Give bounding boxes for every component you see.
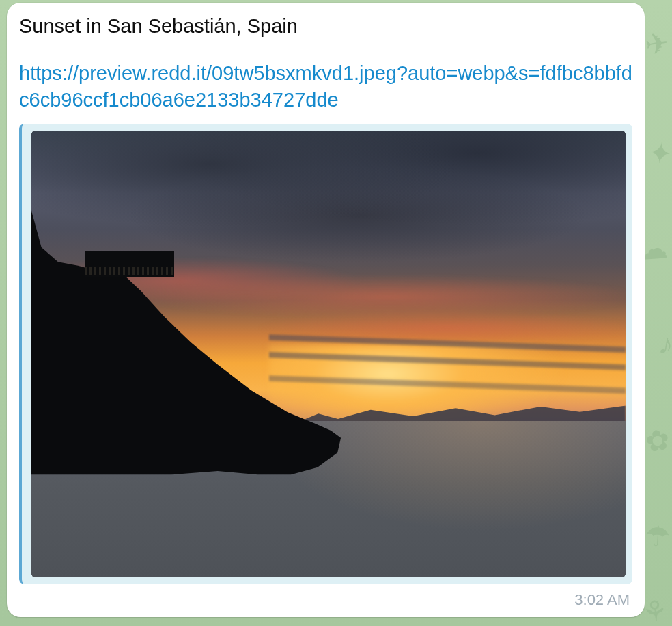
preview-image[interactable] xyxy=(31,131,626,577)
message-timestamp: 3:02 AM xyxy=(19,584,632,609)
building-lights xyxy=(85,267,174,275)
message-bubble: Sunset in San Sebastián, Spain https://p… xyxy=(7,3,645,617)
post-title: Sunset in San Sebastián, Spain xyxy=(19,14,632,38)
post-link[interactable]: https://preview.redd.it/09tw5bsxmkvd1.jp… xyxy=(19,60,632,113)
link-preview-card xyxy=(19,124,632,584)
